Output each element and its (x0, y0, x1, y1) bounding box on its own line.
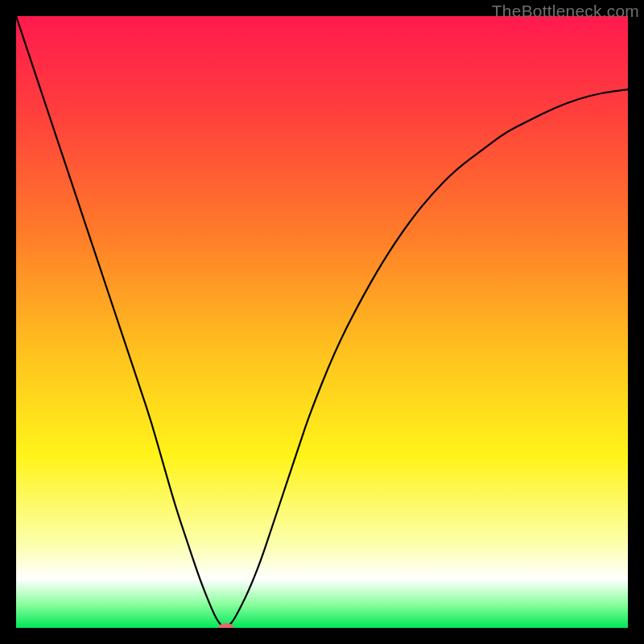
watermark-text: TheBottleneck.com (492, 2, 639, 21)
bottleneck-chart (16, 16, 628, 628)
gradient-background (16, 16, 628, 628)
chart-frame (16, 16, 628, 628)
